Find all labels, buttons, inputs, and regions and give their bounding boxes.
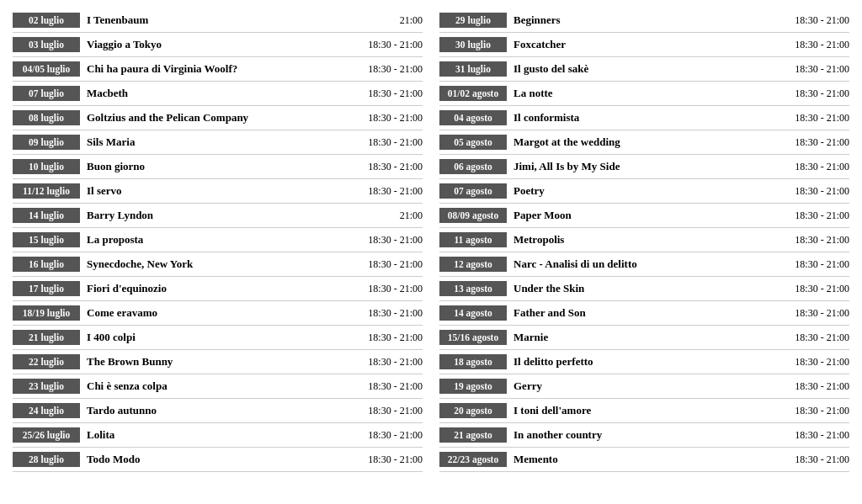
- screening-time: 18:30 - 21:00: [788, 39, 849, 51]
- film-title: Chi ha paura di Virginia Woolf?: [87, 59, 361, 79]
- film-title: I toni dell'amore: [513, 401, 788, 421]
- film-title: Margot at the wedding: [513, 132, 788, 152]
- table-row: 15/16 agostoMarnie18:30 - 21:00: [439, 326, 849, 350]
- date-badge: 28 luglio: [13, 452, 80, 467]
- film-title: Synecdoche, New York: [87, 254, 361, 274]
- table-row: 22/23 agostoMemento18:30 - 21:00: [439, 448, 849, 472]
- screening-time: 18:30 - 21:00: [788, 429, 849, 442]
- date-badge: 20 agosto: [439, 403, 507, 418]
- right-column: 29 luglioBeginners18:30 - 21:0030 luglio…: [439, 8, 849, 472]
- date-badge: 23 luglio: [13, 379, 80, 394]
- screening-time: 18:30 - 21:00: [361, 429, 423, 442]
- film-title: Narc - Analisi di un delitto: [513, 254, 788, 274]
- table-row: 11 agostoMetropolis18:30 - 21:00: [439, 228, 849, 252]
- date-badge: 30 luglio: [439, 37, 507, 52]
- date-badge: 08 luglio: [13, 110, 80, 125]
- screening-time: 18:30 - 21:00: [361, 258, 423, 271]
- table-row: 07 agostoPoetry18:30 - 21:00: [439, 179, 849, 204]
- screening-time: 18:30 - 21:00: [788, 234, 849, 247]
- screening-time: 18:30 - 21:00: [361, 454, 423, 466]
- screening-time: 18:30 - 21:00: [788, 307, 849, 320]
- table-row: 18 agostoIl delitto perfetto18:30 - 21:0…: [439, 350, 849, 374]
- date-badge: 05 agosto: [439, 135, 507, 150]
- table-row: 25/26 luglioLolita18:30 - 21:00: [13, 423, 423, 448]
- date-badge: 14 luglio: [13, 208, 80, 223]
- date-badge: 07 luglio: [13, 86, 80, 101]
- screening-time: 18:30 - 21:00: [788, 161, 849, 173]
- screening-time: 18:30 - 21:00: [788, 380, 849, 393]
- date-badge: 02 luglio: [13, 13, 80, 28]
- film-title: Marnie: [513, 327, 788, 347]
- film-title: Il gusto del sakè: [513, 59, 788, 79]
- date-badge: 07 agosto: [439, 183, 507, 199]
- film-title: Father and Son: [513, 303, 788, 323]
- screening-time: 18:30 - 21:00: [361, 332, 423, 344]
- film-title: Sils Maria: [87, 132, 361, 152]
- screening-time: 18:30 - 21:00: [361, 405, 423, 417]
- table-row: 11/12 luglioIl servo18:30 - 21:00: [13, 179, 423, 204]
- date-badge: 22 luglio: [13, 354, 80, 369]
- table-row: 04 agostoIl conformista18:30 - 21:00: [439, 106, 849, 130]
- date-badge: 15/16 agosto: [439, 330, 507, 345]
- table-row: 06 agostoJimi, All Is by My Side18:30 - …: [439, 155, 849, 179]
- table-row: 14 luglioBarry Lyndon21:00: [13, 204, 423, 228]
- date-badge: 09 luglio: [13, 135, 80, 150]
- table-row: 30 luglioFoxcatcher18:30 - 21:00: [439, 33, 849, 57]
- table-row: 16 luglioSynecdoche, New York18:30 - 21:…: [13, 252, 423, 277]
- screening-time: 18:30 - 21:00: [361, 161, 423, 173]
- screening-time: 18:30 - 21:00: [361, 39, 423, 51]
- date-badge: 04 agosto: [439, 110, 507, 125]
- date-badge: 08/09 agosto: [439, 208, 507, 223]
- screening-time: 18:30 - 21:00: [788, 283, 849, 295]
- film-title: Il conformista: [513, 108, 788, 128]
- date-badge: 16 luglio: [13, 257, 80, 272]
- date-badge: 22/23 agosto: [439, 452, 507, 467]
- table-row: 31 luglioIl gusto del sakè18:30 - 21:00: [439, 57, 849, 82]
- screening-time: 18:30 - 21:00: [788, 356, 849, 369]
- screening-time: 18:30 - 21:00: [361, 112, 423, 125]
- film-title: I 400 colpi: [87, 327, 361, 347]
- screening-time: 18:30 - 21:00: [361, 234, 423, 247]
- table-row: 19 agostoGerry18:30 - 21:00: [439, 374, 849, 399]
- screening-time: 18:30 - 21:00: [788, 112, 849, 125]
- table-row: 08 luglioGoltzius and the Pelican Compan…: [13, 106, 423, 130]
- table-row: 21 luglioI 400 colpi18:30 - 21:00: [13, 326, 423, 350]
- film-title: Barry Lyndon: [87, 205, 393, 225]
- film-title: Foxcatcher: [513, 34, 788, 55]
- date-badge: 03 luglio: [13, 37, 80, 52]
- date-badge: 25/26 luglio: [13, 427, 80, 443]
- film-title: Metropolis: [513, 230, 788, 250]
- film-title: Jimi, All Is by My Side: [513, 157, 788, 177]
- date-badge: 21 agosto: [439, 427, 507, 443]
- table-row: 28 luglioTodo Modo18:30 - 21:00: [13, 448, 423, 472]
- screening-time: 18:30 - 21:00: [788, 210, 849, 222]
- table-row: 15 luglioLa proposta18:30 - 21:00: [13, 228, 423, 252]
- screening-time: 18:30 - 21:00: [361, 88, 423, 100]
- film-title: I Tenenbaum: [87, 10, 393, 30]
- table-row: 12 agostoNarc - Analisi di un delitto18:…: [439, 252, 849, 277]
- screening-time: 18:30 - 21:00: [788, 185, 849, 198]
- screening-time: 18:30 - 21:00: [361, 307, 423, 320]
- table-row: 24 luglioTardo autunno18:30 - 21:00: [13, 399, 423, 423]
- table-row: 23 luglioChi è senza colpa18:30 - 21:00: [13, 374, 423, 399]
- film-title: The Brown Bunny: [87, 352, 361, 372]
- film-title: Gerry: [513, 376, 788, 396]
- left-column: 02 luglioI Tenenbaum21:0003 luglioViaggi…: [13, 8, 423, 472]
- table-row: 08/09 agostoPaper Moon18:30 - 21:00: [439, 204, 849, 228]
- date-badge: 18/19 luglio: [13, 305, 80, 321]
- date-badge: 01/02 agosto: [439, 86, 507, 101]
- table-row: 17 luglioFiori d'equinozio18:30 - 21:00: [13, 277, 423, 301]
- table-row: 22 luglioThe Brown Bunny18:30 - 21:00: [13, 350, 423, 374]
- film-title: Paper Moon: [513, 205, 788, 225]
- film-title: Goltzius and the Pelican Company: [87, 108, 361, 128]
- date-badge: 17 luglio: [13, 281, 80, 296]
- table-row: 04/05 luglioChi ha paura di Virginia Woo…: [13, 57, 423, 82]
- film-title: Come eravamo: [87, 303, 361, 323]
- screening-time: 18:30 - 21:00: [788, 14, 849, 27]
- screening-time: 18:30 - 21:00: [788, 405, 849, 417]
- screening-time: 18:30 - 21:00: [788, 258, 849, 271]
- screening-time: 18:30 - 21:00: [361, 283, 423, 295]
- date-badge: 18 agosto: [439, 354, 507, 369]
- film-title: Lolita: [87, 425, 361, 445]
- film-title: Memento: [513, 449, 788, 470]
